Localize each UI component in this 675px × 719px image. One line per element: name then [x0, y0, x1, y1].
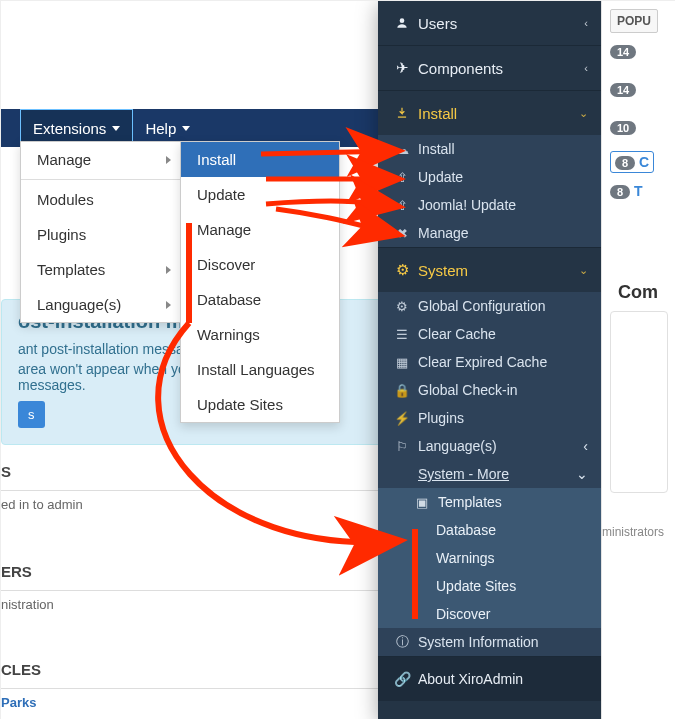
caret-down-icon [182, 126, 190, 131]
side-item-manage[interactable]: ✖ Manage [378, 219, 602, 247]
section-ers-header: ERS [1, 553, 386, 591]
chevron-right-icon [166, 266, 171, 274]
chevron-left-icon: ‹ [584, 17, 588, 29]
side-header-install[interactable]: Install ⌄ [378, 91, 602, 135]
side-install-label: Install [418, 105, 457, 122]
side-section-users: Users ‹ [378, 1, 602, 46]
side-item-install[interactable]: ☁ Install [378, 135, 602, 163]
dd-item-database-label: Database [197, 291, 261, 308]
side-item-plugins[interactable]: ⚡Plugins [378, 404, 602, 432]
dd-item-discover-label: Discover [197, 256, 255, 273]
side-item-database-label: Database [436, 522, 496, 538]
svg-rect-1 [398, 117, 406, 118]
side-item-joomla-update[interactable]: ⇧ Joomla! Update [378, 191, 602, 219]
dd-item-plugins[interactable]: Plugins [21, 217, 181, 252]
lock-icon: 🔒 [392, 383, 412, 398]
gear-icon: ⚙ [392, 261, 412, 279]
dd-item-templates[interactable]: Templates [21, 252, 181, 287]
side-item-templates[interactable]: ▣Templates [378, 488, 602, 516]
badge-8c-value: 8 [615, 156, 635, 170]
side-item-templates-label: Templates [438, 494, 502, 510]
cloud-download-icon: ☁ [392, 142, 412, 157]
side-item-update-label: Update [418, 169, 463, 185]
side-item-clear-cache[interactable]: ☰Clear Cache [378, 320, 602, 348]
side-header-components[interactable]: ✈ Components ‹ [378, 46, 602, 90]
side-item-warnings[interactable]: Warnings [378, 544, 602, 572]
side-item-plugins-label: Plugins [418, 410, 464, 426]
dd-item-discover[interactable]: Discover [181, 247, 339, 282]
template-icon: ▣ [412, 495, 432, 510]
dd-item-update-sites[interactable]: Update Sites [181, 387, 339, 422]
badge-14b: 14 [610, 81, 636, 97]
section-cles-link[interactable]: Parks [1, 689, 386, 716]
comments-heading: Com [610, 276, 666, 309]
side-item-update-sites-label: Update Sites [436, 578, 516, 594]
section-s-sub: ed in to admin [1, 491, 386, 518]
svg-point-0 [400, 18, 405, 23]
dd-item-modules[interactable]: Modules [21, 182, 181, 217]
side-item-system-info[interactable]: ⓘSystem Information [378, 628, 602, 656]
user-icon [392, 16, 412, 30]
dd-item-database[interactable]: Database [181, 282, 339, 317]
dd-item-update-sites-label: Update Sites [197, 396, 283, 413]
dd-item-languages-label: Language(s) [37, 296, 121, 313]
side-item-system-more-label: System - More [418, 466, 509, 482]
badge-10-value: 10 [610, 121, 636, 135]
info-icon: ⓘ [392, 633, 412, 651]
upload-icon: ⇧ [392, 170, 412, 185]
download-icon [392, 106, 412, 120]
side-item-global-checkin-label: Global Check-in [418, 382, 518, 398]
dd-item-warnings-label: Warnings [197, 326, 260, 343]
stage: ost-installation messa ant post-installa… [0, 0, 675, 719]
side-install-submenu: ☁ Install ⇧ Update ⇧ Joomla! Update ✖ Ma… [378, 135, 602, 247]
link-icon: 🔗 [392, 671, 412, 687]
menu-extensions-label: Extensions [33, 120, 106, 137]
dd-item-manage2-label: Manage [197, 221, 251, 238]
side-item-system-more[interactable]: System - More⌄ [378, 460, 602, 488]
side-system-label: System [418, 262, 468, 279]
side-section-install: Install ⌄ ☁ Install ⇧ Update ⇧ Joomla! U… [378, 91, 602, 248]
dd-item-manage2[interactable]: Manage [181, 212, 339, 247]
dd-item-install-label: Install [197, 151, 236, 168]
dd-item-manage[interactable]: Manage [21, 142, 181, 177]
side-about-label: About XiroAdmin [418, 671, 523, 687]
side-header-system[interactable]: ⚙ System ⌄ [378, 248, 602, 292]
comments-box [610, 311, 668, 493]
post-install-button[interactable]: s [18, 401, 45, 428]
joomla-icon: ⇧ [392, 198, 412, 213]
side-item-clear-cache-label: Clear Cache [418, 326, 496, 342]
side-item-languages-label: Language(s) [418, 438, 497, 454]
dd-item-install-langs[interactable]: Install Languages [181, 352, 339, 387]
badge-14a-value: 14 [610, 45, 636, 59]
plug-icon: ⚡ [392, 411, 412, 426]
side-item-clear-exp-cache[interactable]: ▦Clear Expired Cache [378, 348, 602, 376]
chevron-down-icon: ⌄ [579, 264, 588, 277]
badge-8c-suffix: C [639, 154, 649, 170]
side-header-users[interactable]: Users ‹ [378, 1, 602, 45]
side-item-languages[interactable]: ⚐Language(s)‹ [378, 432, 602, 460]
side-item-discover[interactable]: Discover [378, 600, 602, 628]
side-item-global-checkin[interactable]: 🔒Global Check-in [378, 376, 602, 404]
chevron-right-icon [166, 156, 171, 164]
dd-item-warnings[interactable]: Warnings [181, 317, 339, 352]
side-item-global-config[interactable]: ⚙Global Configuration [378, 292, 602, 320]
side-item-update-sites[interactable]: Update Sites [378, 572, 602, 600]
chevron-left-icon: ‹ [584, 62, 588, 74]
sliders-icon: ⚙ [392, 299, 412, 314]
dd-item-install[interactable]: Install [181, 142, 339, 177]
side-about[interactable]: 🔗 About XiroAdmin [378, 657, 602, 701]
dd-item-install-langs-label: Install Languages [197, 361, 315, 378]
globe-icon: ⚐ [392, 439, 412, 454]
side-item-database[interactable]: Database [378, 516, 602, 544]
menu-help-label: Help [145, 120, 176, 137]
badge-10: 10 [610, 119, 636, 135]
side-item-update[interactable]: ⇧ Update [378, 163, 602, 191]
dd-item-update[interactable]: Update [181, 177, 339, 212]
badge-8c: 8 C [610, 151, 654, 173]
side-users-label: Users [418, 15, 457, 32]
dd-item-languages[interactable]: Language(s) [21, 287, 181, 322]
new-sidebar: Users ‹ ✈ Components ‹ Install ⌄ ☁ [378, 1, 602, 719]
side-item-manage-label: Manage [418, 225, 469, 241]
badge-8t: 8 T [610, 183, 643, 199]
side-system-submenu: ⚙Global Configuration ☰Clear Cache ▦Clea… [378, 292, 602, 656]
